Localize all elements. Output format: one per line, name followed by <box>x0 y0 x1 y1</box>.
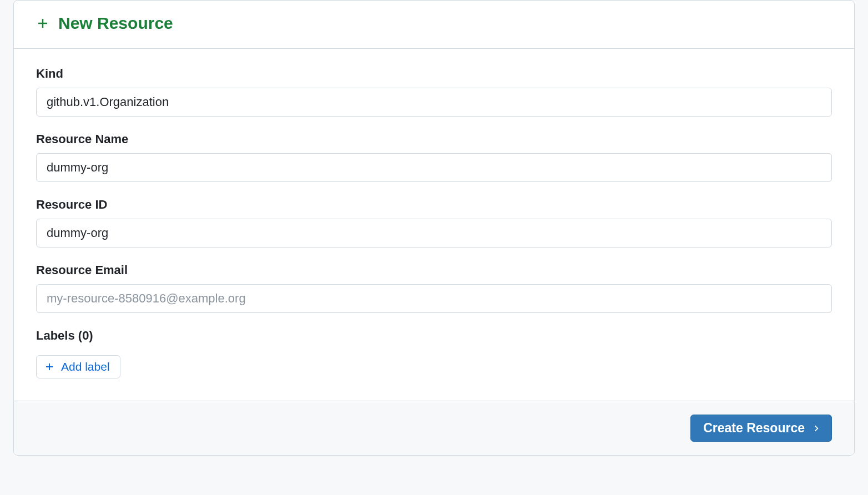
labels-label: Labels (0) <box>36 329 832 343</box>
chevron-right-icon <box>813 421 820 436</box>
form-group-kind: Kind <box>36 67 832 117</box>
new-resource-card: New Resource Kind Resource Name Resource… <box>13 0 855 456</box>
card-body: Kind Resource Name Resource ID Resource … <box>14 49 854 401</box>
resource-email-input[interactable] <box>36 284 832 313</box>
plus-icon <box>36 17 49 30</box>
kind-label: Kind <box>36 67 832 81</box>
create-resource-button[interactable]: Create Resource <box>690 415 832 442</box>
resource-email-label: Resource Email <box>36 263 832 277</box>
form-group-labels: Labels (0) Add label <box>36 329 832 378</box>
resource-name-label: Resource Name <box>36 132 832 147</box>
resource-id-label: Resource ID <box>36 198 832 212</box>
form-group-resource-name: Resource Name <box>36 132 832 182</box>
form-group-resource-email: Resource Email <box>36 263 832 313</box>
create-resource-text: Create Resource <box>703 421 805 436</box>
plus-icon <box>44 362 54 372</box>
card-header: New Resource <box>14 1 854 49</box>
kind-input[interactable] <box>36 88 832 117</box>
add-label-text: Add label <box>61 360 110 373</box>
card-title: New Resource <box>58 14 173 33</box>
resource-id-input[interactable] <box>36 219 832 248</box>
form-group-resource-id: Resource ID <box>36 198 832 248</box>
card-footer: Create Resource <box>14 401 854 455</box>
add-label-button[interactable]: Add label <box>36 355 120 378</box>
resource-name-input[interactable] <box>36 153 832 182</box>
